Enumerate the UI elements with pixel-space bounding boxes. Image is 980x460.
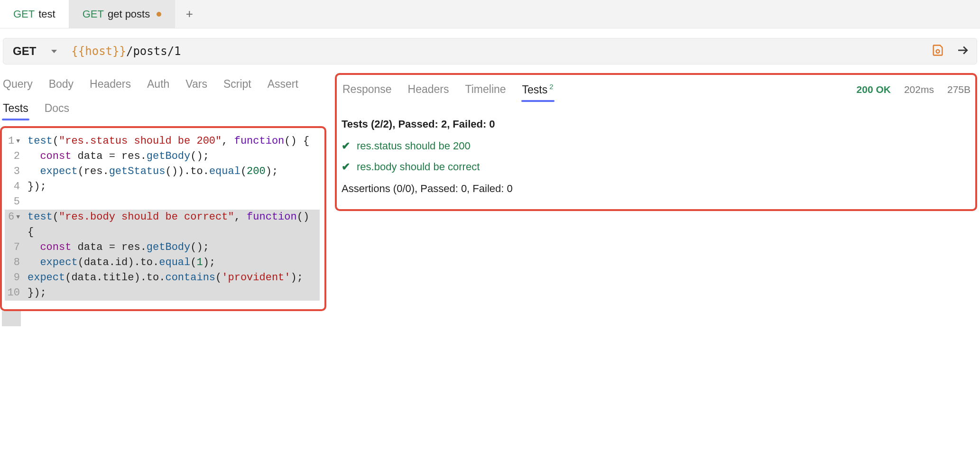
test-pass-line: ✔res.body should be correct [342,161,965,173]
code-content: test("res.status should be 200", functio… [25,134,320,149]
code-editor-highlight: 1▼test("res.status should be 200", funct… [0,126,326,311]
code-content: const data = res.getBody(); [25,240,320,255]
url-input[interactable]: {{host}}/posts/1 [68,45,931,58]
tab-query[interactable]: Query [2,75,34,94]
cursor-indicator [2,311,21,326]
tab-auth[interactable]: Auth [146,75,170,94]
code-line[interactable]: 8 expect(data.id).to.equal(1); [5,255,320,270]
line-number: 7 [5,240,25,255]
tab-headers[interactable]: Headers [89,75,132,94]
test-pass-label: res.status should be 200 [357,140,471,152]
tab-tests[interactable]: Tests2 [521,80,555,100]
svg-point-0 [936,49,940,53]
tab-label: test [38,8,55,20]
send-arrow-icon[interactable] [956,43,970,60]
tab-body[interactable]: Body [48,75,74,94]
test-pass-label: res.body should be correct [357,161,480,173]
line-number: 8 [5,255,25,270]
tab-timeline[interactable]: Timeline [464,80,507,100]
code-content: }); [25,179,320,194]
tests-code-editor[interactable]: 1▼test("res.status should be 200", funct… [5,134,320,301]
fold-icon[interactable]: ▼ [16,210,20,225]
request-subtabs-row1: QueryBodyHeadersAuthVarsScriptAssert [0,70,326,99]
line-number: 9 [5,270,25,285]
tab-headers[interactable]: Headers [407,80,450,100]
tab-label: get posts [108,8,150,20]
tab-response[interactable]: Response [342,80,393,100]
code-line[interactable]: 2 const data = res.getBody(); [5,149,320,164]
unsaved-dot-icon [157,12,161,17]
fold-icon[interactable]: ▼ [16,134,20,149]
code-line[interactable]: 6▼test("res.body should be correct", fun… [5,210,320,240]
code-line[interactable]: 9expect(data.title).to.contains('provide… [5,270,320,285]
chevron-down-icon [51,50,57,53]
code-content [25,194,320,210]
line-number: 6▼ [5,210,25,240]
code-content: test("res.body should be correct", funct… [25,210,320,240]
line-number: 10 [5,285,25,301]
check-icon: ✔ [342,140,350,152]
line-number: 1▼ [5,134,25,149]
response-pane: ResponseHeadersTimelineTests2200 OK202ms… [335,70,977,326]
tests-count-badge: 2 [549,83,553,91]
new-tab-button[interactable]: + [175,0,203,28]
url-variable: {{host}} [71,45,126,58]
response-size: 275B [947,84,971,95]
tab-assert[interactable]: Assert [267,75,299,94]
code-content: const data = res.getBody(); [25,149,320,164]
line-number: 5 [5,194,25,210]
code-content: expect(data.title).to.contains('providen… [25,270,320,285]
response-status: 200 OK [857,84,891,95]
assertions-summary: Assertions (0/0), Passed: 0, Failed: 0 [342,183,965,195]
http-method-select[interactable]: GET [13,45,68,58]
url-path: /posts/1 [126,45,181,58]
tab-method: GET [83,8,104,20]
tab-docs[interactable]: Docs [44,99,70,119]
request-url-bar: GET {{host}}/posts/1 [3,38,977,64]
response-time: 202ms [904,84,934,95]
tab-method: GET [13,8,35,20]
line-number: 2 [5,149,25,164]
response-meta: 200 OK202ms275B [857,84,971,95]
code-line[interactable]: 3 expect(res.getStatus()).to.equal(200); [5,164,320,179]
code-content: }); [25,285,320,301]
file-tabs: GETtestGETget posts + [0,0,980,28]
code-line[interactable]: 7 const data = res.getBody(); [5,240,320,255]
test-summary: Tests (2/2), Passed: 2, Failed: 0 [342,118,965,130]
results-highlight: ResponseHeadersTimelineTests2200 OK202ms… [335,73,977,211]
tab-tests[interactable]: Tests [2,99,29,119]
code-content: expect(res.getStatus()).to.equal(200); [25,164,320,179]
code-line[interactable]: 5 [5,194,320,210]
code-content: expect(data.id).to.equal(1); [25,255,320,270]
test-pass-line: ✔res.status should be 200 [342,140,965,152]
file-tab[interactable]: GETget posts [69,0,176,28]
line-number: 4 [5,179,25,194]
code-line[interactable]: 4}); [5,179,320,194]
tab-vars[interactable]: Vars [185,75,208,94]
test-results: Tests (2/2), Passed: 2, Failed: 0 ✔res.s… [340,105,971,201]
http-method-label: GET [13,45,36,58]
request-pane: QueryBodyHeadersAuthVarsScriptAssert Tes… [0,70,326,326]
save-icon[interactable] [931,44,944,59]
response-subtabs: ResponseHeadersTimelineTests2200 OK202ms… [340,75,971,105]
code-line[interactable]: 1▼test("res.status should be 200", funct… [5,134,320,149]
line-number: 3 [5,164,25,179]
check-icon: ✔ [342,161,350,173]
request-subtabs-row2: TestsDocs [0,99,326,123]
code-line[interactable]: 10}); [5,285,320,301]
tab-script[interactable]: Script [222,75,252,94]
file-tab[interactable]: GETtest [0,0,69,28]
